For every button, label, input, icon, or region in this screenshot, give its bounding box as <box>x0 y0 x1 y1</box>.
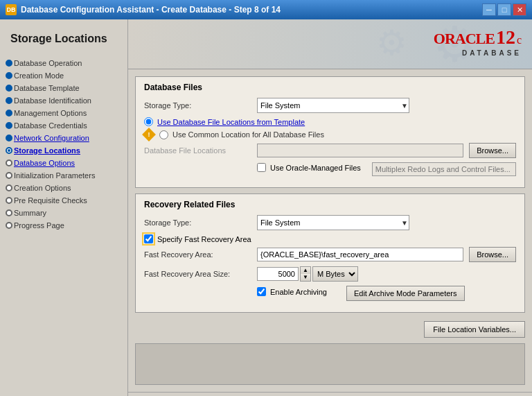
specify-fast-recovery-row: Specify Fast Recovery Area <box>144 234 516 243</box>
fast-recovery-size-row: Fast Recovery Area Size: ▲ ▼ M Bytes G B… <box>144 266 516 282</box>
database-files-section: Database Files Storage Type: File System… <box>135 76 525 188</box>
oracle-subtitle: DATABASE <box>462 49 522 57</box>
title-text: Database Configuration Assistant - Creat… <box>21 5 281 15</box>
file-loc-btn-area: File Location Variables... <box>135 318 525 338</box>
radio-common[interactable] <box>159 130 168 139</box>
sidebar-item-network-configuration[interactable]: Network Configuration <box>0 132 127 144</box>
db-file-locations-input[interactable] <box>257 144 463 157</box>
storage-type-row: Storage Type: File System ASM ▼ <box>144 98 516 113</box>
title-bar: DB Database Configuration Assistant - Cr… <box>0 0 532 19</box>
sidebar-item-creation-options: Creation Options <box>0 182 127 194</box>
sidebar-item-creation-mode: Creation Mode <box>0 69 127 82</box>
nav-dot <box>6 184 12 191</box>
nav-dot <box>6 72 12 79</box>
size-input-wrapper: ▲ ▼ M Bytes G Bytes <box>257 266 358 282</box>
header-area: ⚙ ⚙ ORACLE 12 c DATABASE <box>128 19 532 69</box>
size-unit-select[interactable]: M Bytes G Bytes <box>312 266 358 282</box>
radio-common-row: Use Common Location for All Database Fil… <box>144 130 516 139</box>
fast-recovery-area-input[interactable] <box>257 248 463 261</box>
edit-archive-mode-button[interactable]: Edit Archive Mode Parameters <box>346 286 465 301</box>
fast-recovery-size-input[interactable] <box>257 267 299 281</box>
storage-type-select-wrapper: File System ASM ▼ <box>257 98 409 113</box>
main-container: Storage Locations Database Operation Cre… <box>0 19 532 396</box>
sidebar-item-storage-locations[interactable]: Storage Locations <box>0 144 127 157</box>
recovery-storage-type-select-wrapper: File System ASM ▼ <box>257 215 409 230</box>
bottom-toolbar: Help < Back Next > Finish Cancel <box>128 392 532 396</box>
spinner-buttons: ▲ ▼ <box>300 266 311 282</box>
sidebar-item-summary: Summary <box>0 207 127 219</box>
db-file-locations-row: Database File Locations Browse... <box>144 143 516 158</box>
database-files-title: Database Files <box>144 83 516 92</box>
nav-dot <box>6 209 12 216</box>
radio-template-row: Use Database File Locations from Templat… <box>144 117 516 126</box>
sidebar-item-progress-page: Progress Page <box>0 219 127 232</box>
enable-archiving-row: Enable Archiving Edit Archive Mode Param… <box>144 286 516 301</box>
nav-dot <box>6 97 12 104</box>
nav-items: Database Operation Creation Mode Databas… <box>0 57 127 389</box>
nav-dot <box>6 160 12 166</box>
nav-dot <box>6 172 12 179</box>
spinner-up-button[interactable]: ▲ <box>301 267 310 274</box>
fast-recovery-area-label: Fast Recovery Area: <box>144 250 251 259</box>
sidebar-item-pre-requisite-checks: Pre Requisite Checks <box>0 194 127 207</box>
db-file-locations-label: Database File Locations <box>144 146 251 155</box>
radio-template[interactable] <box>144 117 153 126</box>
storage-type-label: Storage Type: <box>144 101 251 110</box>
specify-fast-recovery-label[interactable]: Specify Fast Recovery Area <box>157 235 251 243</box>
sidebar-item-initialization-parameters: Initialization Parameters <box>0 169 127 182</box>
minimize-button[interactable]: ─ <box>482 3 496 16</box>
sidebar-item-database-operation: Database Operation <box>0 57 127 69</box>
oracle-super: c <box>517 34 522 46</box>
sidebar-item-database-identification: Database Identification <box>0 94 127 107</box>
app-icon: DB <box>6 4 17 15</box>
sidebar: Storage Locations Database Operation Cre… <box>0 19 128 396</box>
nav-dot <box>6 197 12 204</box>
oracle-version: 12 <box>496 26 515 49</box>
oracle-text: ORACLE <box>434 30 495 48</box>
enable-archiving-checkbox[interactable] <box>257 287 266 296</box>
warning-icon <box>142 128 156 141</box>
nav-dot <box>6 147 12 154</box>
multiplex-input <box>372 162 516 176</box>
window-controls: ─ □ ✕ <box>482 3 526 16</box>
recovery-storage-type-label: Storage Type: <box>144 218 251 227</box>
db-file-browse-button[interactable]: Browse... <box>469 143 516 158</box>
nav-dot <box>6 135 12 141</box>
enable-archiving-label[interactable]: Enable Archiving <box>270 288 327 296</box>
preview-area <box>135 343 525 385</box>
specify-fast-recovery-checkbox[interactable] <box>144 234 153 243</box>
recovery-files-section: Recovery Related Files Storage Type: Fil… <box>135 193 525 313</box>
sidebar-item-database-credentials: Database Credentials <box>0 119 127 132</box>
nav-dot <box>6 60 12 67</box>
oracle-managed-label[interactable]: Use Oracle-Managed Files <box>270 164 361 172</box>
fast-recovery-area-row: Fast Recovery Area: Browse... <box>144 247 516 262</box>
file-location-variables-button[interactable]: File Location Variables... <box>424 321 525 338</box>
fast-recovery-browse-button[interactable]: Browse... <box>469 247 516 262</box>
close-button[interactable]: ✕ <box>513 3 526 16</box>
oracle-managed-checkbox-row: Use Oracle-Managed Files <box>257 163 361 172</box>
sidebar-item-database-options[interactable]: Database Options <box>0 157 127 169</box>
nav-dot <box>6 85 12 92</box>
oracle-logo: ORACLE 12 c DATABASE <box>434 26 522 57</box>
sidebar-item-management-options: Management Options <box>0 107 127 119</box>
nav-dot <box>6 122 12 129</box>
recovery-files-title: Recovery Related Files <box>144 200 516 209</box>
nav-dot <box>6 222 12 229</box>
recovery-storage-type-row: Storage Type: File System ASM ▼ <box>144 215 516 230</box>
recovery-storage-type-select[interactable]: File System ASM <box>257 215 409 230</box>
oracle-managed-row: Use Oracle-Managed Files <box>144 162 516 176</box>
oracle-managed-checkbox[interactable] <box>257 163 266 172</box>
radio-template-label[interactable]: Use Database File Locations from Templat… <box>157 118 305 126</box>
enable-archiving-checkbox-row: Enable Archiving <box>257 287 327 296</box>
gear-decoration-2: ⚙ <box>376 23 407 63</box>
fast-recovery-size-label: Fast Recovery Area Size: <box>144 270 251 278</box>
content-area: Database Files Storage Type: File System… <box>128 69 532 392</box>
restore-button[interactable]: □ <box>497 3 511 16</box>
storage-type-select[interactable]: File System ASM <box>257 98 409 113</box>
spinner-down-button[interactable]: ▼ <box>301 274 310 281</box>
page-title: Storage Locations <box>10 32 117 46</box>
radio-common-label[interactable]: Use Common Location for All Database Fil… <box>172 130 324 139</box>
page-title-area: Storage Locations <box>0 26 127 57</box>
nav-dot <box>6 110 12 117</box>
sidebar-item-database-template: Database Template <box>0 82 127 94</box>
